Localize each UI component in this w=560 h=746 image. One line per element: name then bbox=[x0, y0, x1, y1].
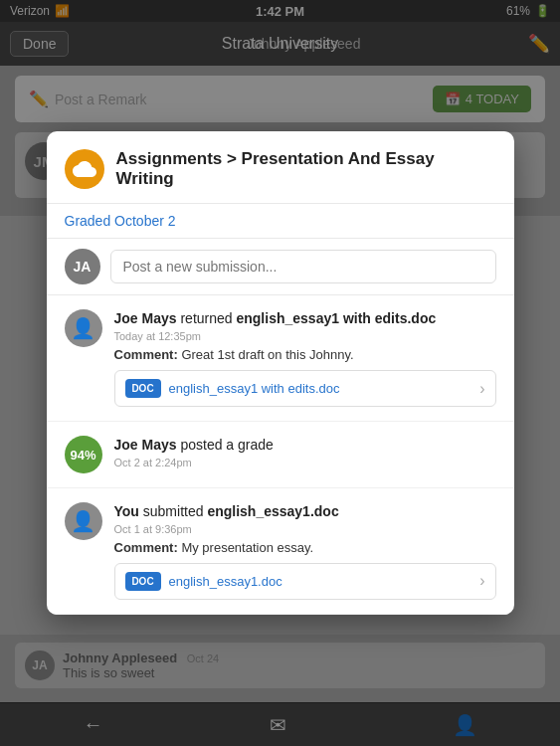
submit-time: Oct 1 at 9:36pm bbox=[114, 523, 496, 535]
submit-filename: english_essay1.doc bbox=[169, 574, 472, 589]
return-time: Today at 12:35pm bbox=[114, 330, 496, 342]
chevron-right-icon-2: › bbox=[479, 572, 484, 590]
submit-file: english_essay1.doc bbox=[207, 503, 338, 519]
chevron-right-icon-1: › bbox=[479, 380, 484, 398]
activity-return: 👤 Joe Mays returned english_essay1 with … bbox=[47, 295, 514, 422]
submission-input[interactable] bbox=[110, 250, 496, 283]
submit-body: You submitted english_essay1.doc Oct 1 a… bbox=[114, 502, 496, 600]
return-avatar: 👤 bbox=[65, 309, 102, 347]
modal-title: Assignments > Presentation And Essay Wri… bbox=[116, 149, 496, 189]
activity-grade: 94% Joe Mays posted a grade Oct 2 at 2:2… bbox=[47, 422, 514, 488]
return-body: Joe Mays returned english_essay1 with ed… bbox=[114, 309, 496, 407]
submission-input-area: JA bbox=[47, 239, 514, 295]
graded-label: Graded October 2 bbox=[65, 213, 176, 229]
grade-line: Joe Mays posted a grade bbox=[114, 436, 496, 456]
return-attachment[interactable]: DOC english_essay1 with edits.doc › bbox=[114, 370, 496, 407]
submit-line: You submitted english_essay1.doc bbox=[114, 502, 496, 522]
return-file: english_essay1 with edits.doc bbox=[236, 310, 436, 326]
modal-overlay: Assignments > Presentation And Essay Wri… bbox=[0, 0, 560, 746]
graded-section: Graded October 2 bbox=[47, 204, 514, 239]
grade-body: Joe Mays posted a grade Oct 2 at 2:24pm bbox=[114, 436, 496, 473]
modal-header: Assignments > Presentation And Essay Wri… bbox=[47, 131, 514, 204]
doc-icon-2: DOC bbox=[125, 572, 161, 591]
grade-badge: 94% bbox=[65, 436, 102, 473]
submit-avatar: 👤 bbox=[65, 502, 102, 540]
activity-submit: 👤 You submitted english_essay1.doc Oct 1… bbox=[47, 488, 514, 615]
return-comment: Comment: Great 1st draft on this Johnny. bbox=[114, 347, 496, 362]
submit-attachment[interactable]: DOC english_essay1.doc › bbox=[114, 563, 496, 600]
submission-avatar: JA bbox=[65, 249, 100, 284]
return-filename: english_essay1 with edits.doc bbox=[169, 381, 472, 396]
grade-time: Oct 2 at 2:24pm bbox=[114, 457, 496, 468]
return-line: Joe Mays returned english_essay1 with ed… bbox=[114, 309, 496, 329]
doc-icon-1: DOC bbox=[125, 379, 161, 398]
assignments-icon bbox=[65, 149, 104, 189]
submit-comment: Comment: My presentation essay. bbox=[114, 540, 496, 555]
return-user: Joe Mays bbox=[114, 310, 177, 326]
modal: Assignments > Presentation And Essay Wri… bbox=[47, 131, 514, 614]
grade-user: Joe Mays bbox=[114, 437, 177, 453]
submit-user: You bbox=[114, 503, 139, 519]
